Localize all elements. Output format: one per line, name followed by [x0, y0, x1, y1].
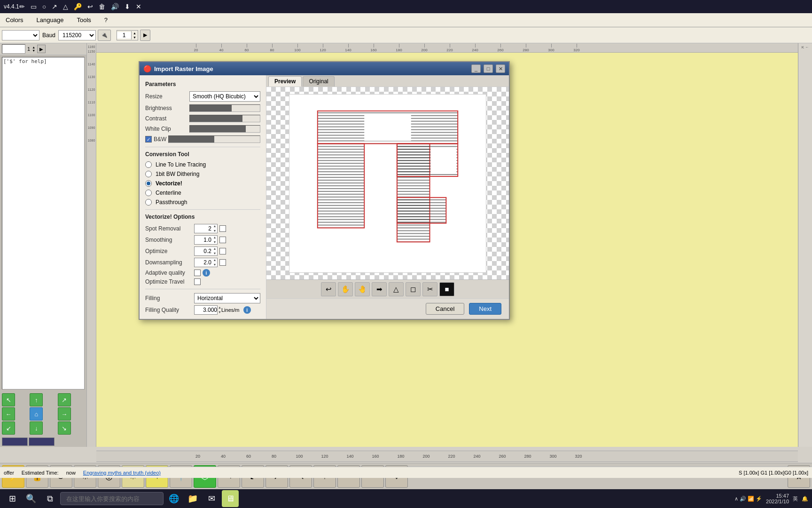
adaptive-quality-check[interactable]: [194, 270, 201, 276]
contrast-slider[interactable]: [189, 115, 260, 122]
downsampling-spinbox[interactable]: ▲ ▼: [194, 258, 218, 267]
smoothing-check[interactable]: [219, 237, 226, 243]
delete-icon[interactable]: 🗑: [99, 3, 105, 10]
smoothing-spinbox[interactable]: ▲ ▼: [194, 235, 218, 245]
next-button[interactable]: Next: [469, 303, 501, 315]
modal-close[interactable]: ✕: [496, 64, 505, 73]
pencil-icon[interactable]: ✏: [19, 3, 25, 10]
baud-select[interactable]: 115200: [58, 30, 96, 40]
mail-icon[interactable]: ✉: [203, 490, 220, 507]
radio-centerline[interactable]: [145, 190, 152, 196]
radio-passthrough[interactable]: [145, 199, 152, 206]
nav-up-right[interactable]: ↗: [58, 393, 71, 406]
nav-down-right[interactable]: ↘: [58, 421, 71, 435]
adaptive-quality-info[interactable]: i: [203, 269, 210, 277]
undo-icon[interactable]: ↩: [87, 3, 93, 10]
radio-vectorize[interactable]: [145, 180, 152, 187]
app-icon[interactable]: 🖥: [222, 490, 239, 507]
menu-language[interactable]: Language: [33, 16, 68, 24]
nav-up[interactable]: ↑: [30, 393, 43, 406]
menu-tools[interactable]: Tools: [73, 16, 94, 24]
prev-cut-btn[interactable]: ✂: [422, 282, 437, 296]
spot-removal-down[interactable]: ▼: [212, 229, 217, 233]
filling-quality-input[interactable]: [195, 307, 218, 313]
rect-icon[interactable]: ▭: [31, 3, 37, 10]
port-select[interactable]: [2, 30, 39, 40]
modal-maximize[interactable]: □: [484, 64, 493, 73]
close-icon[interactable]: ✕: [136, 3, 141, 10]
language-indicator[interactable]: 英: [793, 495, 798, 502]
position-x[interactable]: [2, 437, 28, 446]
filling-quality-info[interactable]: i: [243, 306, 251, 314]
downsampling-input[interactable]: [195, 259, 212, 266]
filling-quality-down[interactable]: ▼: [218, 310, 221, 315]
stepper-input[interactable]: [117, 32, 131, 39]
spot-removal-spinbox[interactable]: ▲ ▼: [194, 224, 218, 233]
explorer-icon[interactable]: 📁: [184, 490, 201, 507]
white-clip-slider[interactable]: [189, 125, 260, 133]
engraving-link[interactable]: Engraving myths and truth (video): [83, 470, 161, 476]
play-button[interactable]: ▶: [140, 30, 150, 41]
brightness-slider[interactable]: [189, 104, 260, 112]
smoothing-input[interactable]: [195, 237, 212, 243]
filling-quality-up[interactable]: ▲: [218, 305, 221, 310]
triangle-icon[interactable]: △: [63, 3, 68, 10]
nav-home[interactable]: ⌂: [30, 407, 43, 421]
bw-checkbox[interactable]: ✓: [145, 136, 152, 143]
preview-tab[interactable]: Preview: [268, 76, 302, 87]
bw-slider[interactable]: [168, 135, 260, 143]
downsampling-check[interactable]: [219, 259, 226, 266]
prev-hand-btn[interactable]: ✋: [338, 282, 353, 296]
nav-right[interactable]: →: [58, 407, 71, 421]
spot-removal-check[interactable]: [219, 225, 226, 232]
modal-minimize[interactable]: _: [471, 64, 481, 73]
radio-1bit-dithering[interactable]: [145, 171, 152, 177]
coord-go[interactable]: ▶: [37, 45, 46, 53]
nav-down-left[interactable]: ↙: [2, 421, 15, 435]
prev-black-btn[interactable]: ■: [439, 282, 454, 296]
resize-select[interactable]: Smooth (HQ Bicubic): [189, 91, 260, 102]
filling-select[interactable]: Horizontal Vertical Diagonal: [194, 293, 260, 303]
original-tab[interactable]: Original: [303, 76, 334, 87]
coord-stepper[interactable]: ▲ ▼: [32, 46, 35, 52]
coord-input[interactable]: [2, 44, 25, 54]
prev-square-btn[interactable]: ◻: [406, 282, 421, 296]
connect-button[interactable]: 🔌: [98, 30, 111, 41]
downsampling-down[interactable]: ▼: [212, 262, 217, 267]
search-icon[interactable]: 🔍: [23, 490, 39, 507]
edge-icon[interactable]: 🌐: [165, 490, 182, 507]
position-y[interactable]: [29, 437, 55, 446]
stepper-up[interactable]: ▲: [132, 31, 138, 35]
prev-tri-btn[interactable]: △: [389, 282, 404, 296]
optimize-check[interactable]: [219, 248, 226, 254]
spot-removal-input[interactable]: [195, 225, 212, 232]
optimize-spinbox[interactable]: ▲ ▼: [194, 246, 218, 256]
cancel-button[interactable]: Cancel: [426, 303, 464, 315]
arrow-icon[interactable]: ↗: [52, 3, 57, 10]
smoothing-up[interactable]: ▲: [212, 235, 217, 240]
optimize-up[interactable]: ▲: [212, 246, 217, 251]
prev-pan-btn[interactable]: 🤚: [355, 282, 370, 296]
notification-icon[interactable]: 🔔: [802, 496, 808, 502]
key-icon[interactable]: 🔑: [74, 3, 82, 10]
nav-down[interactable]: ↓: [30, 421, 43, 435]
radio-line-to-line[interactable]: [145, 161, 152, 168]
coord-up[interactable]: ▲: [32, 46, 35, 49]
optimize-input[interactable]: [195, 248, 212, 254]
prev-undo-btn[interactable]: ↩: [321, 282, 336, 296]
coord-down[interactable]: ▼: [32, 49, 35, 52]
downsampling-up[interactable]: ▲: [212, 258, 217, 262]
stepper-down[interactable]: ▼: [132, 35, 138, 40]
download-icon[interactable]: ⬇: [125, 3, 130, 10]
nav-up-left[interactable]: ↖: [2, 393, 15, 406]
menu-help[interactable]: ?: [101, 16, 111, 24]
task-view-icon[interactable]: ⧉: [41, 490, 58, 507]
prev-right-btn[interactable]: ➡: [372, 282, 387, 296]
taskbar-search-input[interactable]: [60, 492, 164, 505]
speaker-icon[interactable]: 🔊: [111, 3, 119, 10]
filling-quality-spinbox[interactable]: ▲ ▼: [194, 305, 218, 315]
optimize-down[interactable]: ▼: [212, 251, 217, 256]
start-icon[interactable]: ⊞: [4, 490, 21, 507]
stepper[interactable]: ▲ ▼: [117, 30, 138, 40]
circle-icon[interactable]: ○: [42, 3, 46, 10]
